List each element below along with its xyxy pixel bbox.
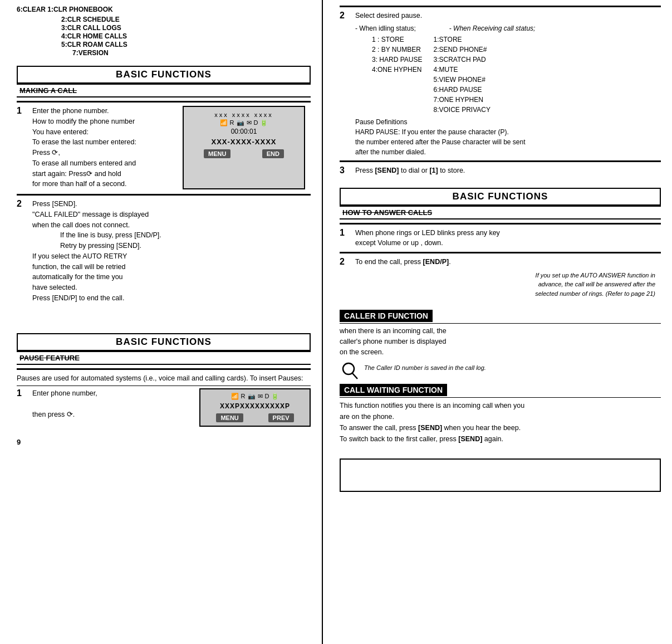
pause-note: Pauses are used for automated systems (i… — [17, 373, 311, 384]
right-divider-2 — [340, 160, 661, 162]
menu-items-list: 2:CLR SCHEDULE 3:CLR CALL LOGS 4:CLR HOM… — [61, 16, 311, 57]
receiving-item-8: 8:VOICE PRIVACY — [433, 105, 490, 115]
step-1b: 1 Enter phone number, then press ⟳. 📶 R … — [17, 388, 311, 427]
step-2-line-6: If you select the AUTO RETRY — [32, 251, 311, 262]
page-number: 9 — [17, 438, 311, 446]
step-1-line-2: How to modify the phone number — [32, 116, 177, 127]
right-step-1c-content: When phone rings or LED blinks press any… — [355, 228, 661, 249]
phone-number-display: XXX-XXXX-XXXX — [188, 138, 300, 146]
caller-id-text: when there is an incoming call, the call… — [340, 326, 661, 357]
cw-line-1: This function notifies you there is an i… — [340, 400, 661, 411]
status-headers: - When idling status; - When Receiving c… — [355, 23, 661, 33]
idling-status-area: - When idling status; - When Receiving c… — [355, 23, 661, 115]
menu-button-2[interactable]: MENU — [216, 413, 243, 422]
top-menu-text: 6:CLEAR 1:CLR PHONEBOOK — [17, 6, 113, 13]
phone-time: 00:00:01 — [188, 128, 300, 135]
step-2-line-2: "CALL FAILED" message is displayed — [32, 209, 311, 220]
pause-feature-subtitle: PAUSE FEATURE — [17, 351, 311, 365]
auto-answer-line-2: advance, the call will be answered after… — [340, 280, 655, 289]
cw-line-3: To answer the call, press [SEND] when yo… — [340, 422, 661, 433]
signal-icon-2: 📶 — [231, 393, 239, 400]
step-2-content: Press [SEND]. "CALL FAILED" message is d… — [32, 199, 311, 304]
caller-id-note-area: The Caller ID number is saved in the cal… — [340, 360, 661, 384]
divider-2 — [17, 194, 311, 196]
right-step-2-content: Select desired pause. - When idling stat… — [355, 11, 661, 157]
call-waiting-section: CALL WAITING FUNCTION This function noti… — [340, 384, 661, 445]
mail-icon-2: ✉ — [258, 393, 263, 400]
step-1-line-6: To erase all numbers entered and — [32, 158, 177, 169]
caller-id-note: The Caller ID number is saved in the cal… — [364, 364, 486, 371]
d-indicator: D — [254, 119, 258, 126]
menu-item-4: 5:CLR ROAM CALLS — [61, 41, 311, 48]
divider-3 — [17, 368, 311, 370]
menu-button[interactable]: MENU — [204, 149, 230, 158]
caller-id-title: CALLER ID FUNCTION — [344, 311, 428, 320]
basic-functions-title-2: BASIC FUNCTIONS — [18, 336, 310, 348]
right-step-3: 3 Press [SEND] to dial or [1] to store. — [340, 165, 661, 176]
step-1-num: 1 — [17, 106, 27, 189]
step-2-line-7: function, the call will be retried — [32, 262, 311, 272]
phone-number-display-2: XXXPXXXXXXXXXP — [204, 402, 306, 410]
how-to-answer-subtitle: HOW TO ANSWER CALLS — [340, 206, 661, 219]
pause-defs: Pause Definitions HARD PAUSE: If you ent… — [355, 117, 661, 157]
right-step-1c-num: 1 — [340, 228, 350, 249]
when-idling: - When idling status; — [355, 23, 416, 33]
right-step-2c-num: 2 — [340, 257, 350, 267]
basic-functions-header-1: BASIC FUNCTIONS — [17, 66, 311, 84]
step-1b-inner: 1 Enter phone number, then press ⟳. — [17, 388, 194, 419]
battery-icon: 🔋 — [260, 119, 268, 126]
step-1-line-8: for more than half of a second. — [32, 179, 177, 189]
battery-icon-2: 🔋 — [271, 393, 279, 400]
pause-defs-line-3: after the number dialed. — [355, 147, 661, 157]
phone-buttons-1: MENU END — [188, 149, 300, 158]
right-step-2c-line: To end the call, press [END/P]. — [355, 257, 661, 267]
call-waiting-text: This function notifies you there is an i… — [340, 400, 661, 445]
idling-item-3: 3: HARD PAUSE — [372, 55, 422, 65]
menu-item-3: 4:CLR HOME CALLS — [61, 32, 311, 40]
idling-item-1: 1 : STORE — [372, 35, 422, 45]
prev-button[interactable]: PREV — [268, 413, 294, 422]
basic-functions-header-2: BASIC FUNCTIONS — [17, 333, 311, 351]
receiving-item-7: 7:ONE HYPHEN — [433, 95, 490, 105]
r-indicator: R — [230, 119, 234, 126]
right-step-1c-line-2: except Volume or up , down. — [355, 238, 661, 248]
idling-item-2: 2 : BY NUMBER — [372, 45, 422, 55]
svg-line-1 — [352, 373, 357, 379]
step-1-line-3: You have entered: — [32, 127, 177, 138]
divider-1 — [17, 101, 311, 103]
phone-display-2: 📶 R 📷 ✉ D 🔋 XXXPXXXXXXXXXP MENU PREV — [199, 388, 311, 427]
step-2-line-1: Press [SEND]. — [32, 199, 311, 209]
left-column: 6:CLEAR 1:CLR PHONEBOOK 2:CLR SCHEDULE 3… — [0, 0, 323, 644]
step-2-line-10: Press [END/P] to end the call. — [32, 293, 311, 304]
step-2-line-3: when the call does not connect. — [32, 220, 311, 231]
phone-screen-top: xxx xxxx xxxx — [188, 111, 300, 118]
step-1-line-5: Press ⟳, — [32, 148, 177, 158]
call-waiting-header: CALL WAITING FUNCTION — [340, 384, 447, 396]
receiving-item-3: 3:SCRATCH PAD — [433, 55, 490, 65]
camera-icon-2: 📷 — [248, 393, 256, 400]
auto-answer-note: If you set up the AUTO ANSWER function i… — [340, 271, 661, 299]
receiving-col: 1:STORE 2:SEND PHONE# 3:SCRATCH PAD 4:MU… — [433, 35, 490, 115]
step-2-line-9: have selected. — [32, 282, 311, 293]
when-receiving: - When Receiving call status; — [449, 23, 536, 33]
pause-defs-title: Pause Definitions — [355, 117, 661, 127]
step-2-num: 2 — [17, 199, 27, 304]
right-column: 2 Select desired pause. - When idling st… — [323, 0, 672, 644]
receiving-item-2: 2:SEND PHONE# — [433, 45, 490, 55]
making-a-call-subtitle: MAKING A CALL — [17, 84, 311, 97]
phone-icons-2: 📶 R 📷 ✉ D 🔋 — [204, 393, 306, 400]
menu-item-1: 2:CLR SCHEDULE — [61, 16, 311, 23]
right-step-2c-content: To end the call, press [END/P]. — [355, 257, 661, 267]
mail-icon: ✉ — [247, 119, 252, 126]
step-1b-num: 1 — [17, 388, 27, 419]
right-step-2-num: 2 — [340, 11, 350, 157]
end-button[interactable]: END — [262, 149, 284, 158]
receiving-item-1: 1:STORE — [433, 35, 490, 45]
caller-id-line-2: caller's phone number is displayed — [340, 336, 661, 347]
cw-line-4: To switch back to the first caller, pres… — [340, 433, 661, 445]
idling-item-4: 4:ONE HYPHEN — [372, 65, 422, 75]
pause-defs-line-2: the number entered after the Pause chara… — [355, 137, 661, 147]
right-divider-4 — [340, 252, 661, 253]
call-waiting-title: CALL WAITING FUNCTION — [344, 386, 443, 394]
right-step-3-num: 3 — [340, 165, 350, 176]
